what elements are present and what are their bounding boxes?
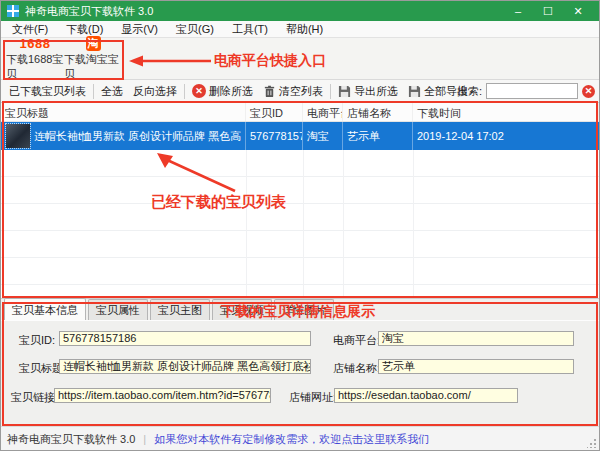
delete-selected-label: 删除所选 — [209, 84, 253, 99]
clear-search-icon[interactable]: ✕ — [582, 85, 595, 98]
col-shop[interactable]: 店铺名称 — [343, 103, 413, 121]
export-selected-label: 导出所选 — [354, 84, 398, 99]
search-input[interactable] — [486, 83, 578, 99]
download-1688-label: 下载1688宝贝 — [6, 52, 64, 82]
trash-icon — [263, 85, 276, 98]
minimize-button[interactable]: – — [503, 1, 533, 21]
shop-url-field[interactable]: https://esedan.taobao.com/ — [334, 388, 518, 403]
toolbar-separator — [330, 84, 331, 99]
download-taobao-button[interactable]: 淘 下载淘宝宝贝 — [64, 38, 122, 79]
item-thumbnail — [6, 124, 30, 148]
tab-attributes[interactable]: 宝贝属性 — [88, 299, 148, 320]
item-id-label: 宝贝ID: — [19, 333, 55, 348]
tab-basic-info[interactable]: 宝贝基本信息 — [4, 298, 86, 320]
toolbar-separator — [184, 84, 185, 99]
menu-item-goods[interactable]: 宝贝(G) — [167, 21, 223, 38]
detail-panel: 宝贝ID: 576778157186 电商平台: 淘宝 宝贝标题: 连帽长袖t恤… — [1, 320, 599, 426]
app-logo-icon — [7, 5, 19, 17]
download-1688-button[interactable]: 1688 下载1688宝贝 — [6, 38, 64, 79]
table-header: 宝贝标题 宝贝ID 电商平台 店铺名称 下载时间 — [1, 103, 599, 122]
row-id-cell: 576778157186 — [246, 122, 303, 150]
download-taobao-label: 下载淘宝宝贝 — [64, 52, 122, 82]
export-selected-button[interactable]: 导出所选 — [333, 80, 403, 102]
close-button[interactable]: ✕ — [563, 1, 593, 21]
tab-video[interactable]: 宝贝视频 — [212, 299, 272, 320]
status-app-name: 神奇电商宝贝下载软件 3.0 — [7, 432, 135, 447]
col-time[interactable]: 下载时间 — [413, 103, 599, 121]
item-title-text: 连帽长袖t恤男新款 原创设计师品牌 黑色高领打底衫秋季 暗黑小众 — [34, 129, 241, 144]
shop-name-field[interactable]: 艺示单 — [378, 359, 574, 374]
status-separator: | — [143, 433, 146, 445]
grid-line — [246, 150, 247, 298]
downloaded-list-button[interactable]: 已下载宝贝列表 — [4, 80, 91, 102]
item-link-label: 宝贝链接: — [11, 390, 58, 405]
taobao-icon: 淘 — [86, 36, 101, 51]
clear-list-button[interactable]: 清空列表 — [258, 80, 328, 102]
grid-line — [303, 150, 304, 298]
delete-icon: ✕ — [192, 84, 206, 98]
row-platform-cell: 淘宝 — [303, 122, 343, 150]
grid-line — [343, 150, 344, 298]
item-link-field[interactable]: https://item.taobao.com/item.htm?id=5767… — [54, 388, 271, 403]
search-label: 搜索: — [457, 84, 482, 99]
window-title: 神奇电商宝贝下载软件 3.0 — [25, 4, 153, 19]
titlebar: 神奇电商宝贝下载软件 3.0 – ☐ ✕ — [1, 1, 599, 21]
maximize-button[interactable]: ☐ — [533, 1, 563, 21]
delete-selected-button[interactable]: ✕ 删除所选 — [187, 80, 258, 102]
status-bar: 神奇电商宝贝下载软件 3.0 | 如果您对本软件有定制修改需求，欢迎点击这里联系… — [1, 426, 599, 451]
invert-selection-button[interactable]: 反向选择 — [128, 80, 182, 102]
save-icon — [408, 85, 421, 98]
list-toolbar: 已下载宝贝列表 全选 反向选择 ✕ 删除所选 清空列表 导出所选 — [1, 80, 599, 103]
window-controls: – ☐ ✕ — [503, 1, 593, 21]
app-window: 神奇电商宝贝下载软件 3.0 – ☐ ✕ 文件(F) 下载(D) 显示(V) 宝… — [0, 0, 600, 451]
shop-url-label: 店铺网址: — [289, 390, 336, 405]
platform-label: 电商平台: — [333, 333, 380, 348]
menu-tools[interactable]: 工具(T) — [223, 21, 277, 38]
detail-tabs: 宝贝基本信息 宝贝属性 宝贝主图 宝贝视频 详情图片 — [1, 298, 599, 320]
tab-main-images[interactable]: 宝贝主图 — [150, 299, 210, 320]
menu-help[interactable]: 帮助(H) — [277, 21, 332, 38]
search-area: 搜索: ✕ — [457, 80, 595, 102]
1688-logo-icon: 1688 — [20, 36, 51, 51]
platform-toolbar: 1688 下载1688宝贝 淘 下载淘宝宝贝 — [1, 38, 599, 80]
row-title-cell: 连帽长袖t恤男新款 原创设计师品牌 黑色高领打底衫秋季 暗黑小众 — [1, 122, 246, 150]
toolbar-separator — [93, 84, 94, 99]
col-title[interactable]: 宝贝标题 — [1, 103, 246, 121]
clear-list-label: 清空列表 — [279, 84, 323, 99]
items-table: 宝贝标题 宝贝ID 电商平台 店铺名称 下载时间 连帽长袖t恤男新款 原创设计师… — [1, 103, 599, 298]
save-icon — [338, 85, 351, 98]
item-title-field[interactable]: 连帽长袖t恤男新款 原创设计师品牌 黑色高领打底衫秋季 暗黑小众 — [59, 359, 311, 374]
item-id-field[interactable]: 576778157186 — [59, 331, 311, 346]
menu-download[interactable]: 下载(D) — [57, 21, 112, 38]
menu-view[interactable]: 显示(V) — [112, 21, 167, 38]
select-all-button[interactable]: 全选 — [96, 80, 128, 102]
table-row[interactable]: 连帽长袖t恤男新款 原创设计师品牌 黑色高领打底衫秋季 暗黑小众 5767781… — [1, 122, 599, 150]
platform-field[interactable]: 淘宝 — [378, 331, 574, 346]
row-time-cell: 2019-12-04 17:02 — [413, 122, 599, 150]
grid-line — [413, 150, 414, 298]
col-item-id[interactable]: 宝贝ID — [246, 103, 303, 121]
empty-list-area — [1, 150, 599, 298]
resize-grip-icon[interactable] — [587, 439, 596, 448]
tab-detail-images[interactable]: 详情图片 — [274, 299, 334, 320]
contact-us-link[interactable]: 如果您对本软件有定制修改需求，欢迎点击这里联系我们 — [154, 432, 429, 447]
row-shop-cell: 艺示单 — [343, 122, 413, 150]
col-platform[interactable]: 电商平台 — [303, 103, 343, 121]
shop-name-label: 店铺名称: — [333, 361, 380, 376]
